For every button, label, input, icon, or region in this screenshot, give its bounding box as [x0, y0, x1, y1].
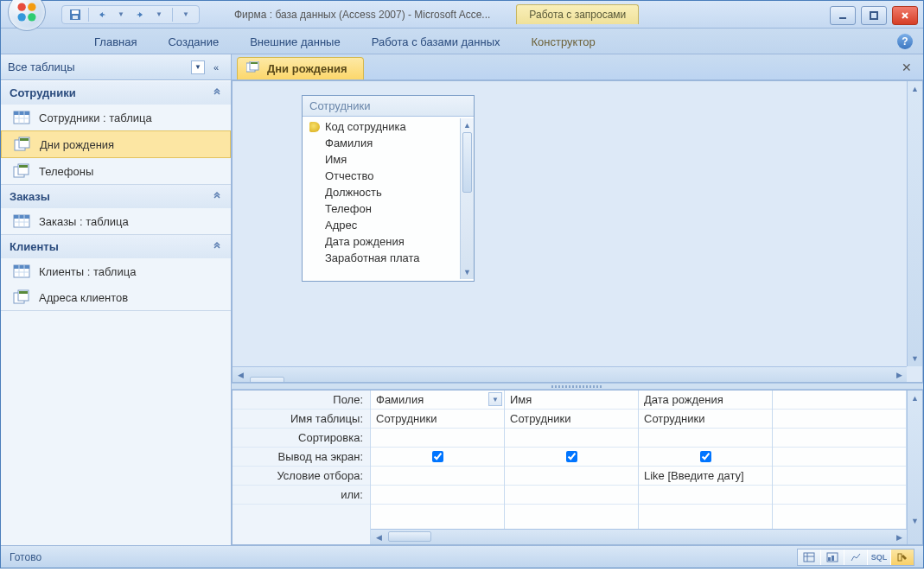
field-item[interactable]: Должность	[303, 184, 460, 200]
grid-cell[interactable]	[773, 486, 906, 505]
scroll-right-icon[interactable]: ▶	[891, 530, 907, 544]
grid-cell[interactable]	[639, 448, 772, 467]
grid-cell[interactable]	[371, 467, 504, 486]
nav-group-header[interactable]: Сотрудники	[1, 81, 231, 105]
grid-cell[interactable]	[773, 429, 906, 448]
scroll-left-icon[interactable]: ◀	[371, 530, 386, 544]
horizontal-splitter[interactable]	[232, 383, 923, 390]
maximize-button[interactable]	[861, 6, 887, 25]
ribbon-tab-home[interactable]: Главная	[79, 30, 152, 54]
field-item[interactable]: Адрес	[303, 217, 460, 233]
undo-dropdown-icon[interactable]: ▼	[113, 7, 129, 22]
field-item[interactable]: Имя	[303, 151, 460, 168]
design-hscrollbar[interactable]: ◀ ▶	[233, 366, 907, 382]
ribbon-tab-design[interactable]: Конструктор	[516, 30, 611, 54]
grid-cell[interactable]	[773, 410, 906, 429]
ribbon-tab-external[interactable]: Внешние данные	[234, 30, 356, 54]
qat-customize-icon[interactable]: ▼	[178, 7, 194, 22]
show-checkbox[interactable]	[700, 451, 711, 462]
view-sql-button[interactable]: SQL	[868, 549, 890, 565]
navpane-header[interactable]: Все таблицы ▼ «	[1, 54, 231, 80]
navpane-filter-dropdown[interactable]: ▼	[191, 60, 205, 74]
status-bar: Готово SQL	[1, 545, 923, 568]
grid-cell[interactable]: Сотрудники	[505, 410, 638, 429]
nav-item[interactable]: Заказы : таблица	[1, 208, 231, 234]
grid-cell[interactable]	[639, 429, 772, 448]
show-checkbox[interactable]	[566, 451, 577, 462]
scroll-down-icon[interactable]: ▼	[908, 351, 922, 366]
document-close-button[interactable]: ✕	[899, 60, 914, 75]
scroll-thumb[interactable]	[462, 132, 472, 193]
scroll-down-icon[interactable]: ▼	[461, 265, 474, 279]
grid-hscrollbar[interactable]: ◀ ▶	[371, 529, 907, 544]
query-design-surface[interactable]: Сотрудники Код сотрудникаФамилияИмяОтчес…	[232, 80, 923, 383]
dropdown-arrow-icon[interactable]: ▼	[488, 392, 502, 406]
grid-cell[interactable]: Like [Введите дату]	[639, 467, 772, 486]
grid-cell[interactable]	[505, 486, 638, 505]
minimize-button[interactable]	[830, 6, 856, 25]
view-chart-button[interactable]	[844, 549, 867, 565]
grid-cell[interactable]	[773, 391, 906, 410]
field-item[interactable]: Заработная плата	[303, 250, 460, 266]
grid-cell[interactable]	[639, 486, 772, 505]
scroll-right-icon[interactable]: ▶	[891, 367, 907, 382]
context-tab[interactable]: Работа с запросами	[516, 4, 639, 24]
view-pivot-button[interactable]	[821, 549, 844, 565]
scroll-up-icon[interactable]: ▲	[908, 391, 922, 406]
grid-column: Дата рожденияСотрудникиLike [Введите дат…	[639, 391, 773, 544]
redo-dropdown-icon[interactable]: ▼	[151, 7, 167, 22]
table-field-list[interactable]: Сотрудники Код сотрудникаФамилияИмяОтчес…	[302, 95, 475, 282]
grid-cell[interactable]: Сотрудники	[639, 410, 772, 429]
save-icon[interactable]	[67, 7, 83, 22]
document-tab[interactable]: Дни рождения	[237, 57, 364, 79]
nav-item[interactable]: Дни рождения	[1, 130, 231, 158]
view-datasheet-button[interactable]	[798, 549, 820, 565]
undo-icon[interactable]	[94, 7, 110, 22]
scroll-thumb[interactable]	[388, 531, 431, 542]
nav-item[interactable]: Телефоны	[1, 158, 231, 184]
grid-cell[interactable]	[505, 429, 638, 448]
grid-cell[interactable]: Имя	[505, 391, 638, 410]
grid-cell[interactable]	[371, 448, 504, 467]
grid-column: Фамилия▼Сотрудники	[371, 391, 505, 544]
grid-row-label: Поле:	[233, 391, 370, 410]
field-list-scrollbar[interactable]: ▲ ▼	[460, 118, 474, 279]
grid-cell[interactable]	[505, 467, 638, 486]
grid-cell[interactable]	[773, 467, 906, 486]
ribbon-tab-create[interactable]: Создание	[152, 30, 234, 54]
field-item[interactable]: Код сотрудника	[303, 118, 460, 135]
view-design-button[interactable]	[891, 549, 914, 565]
nav-item[interactable]: Клиенты : таблица	[1, 258, 231, 284]
field-item[interactable]: Фамилия	[303, 135, 460, 151]
field-item[interactable]: Дата рождения	[303, 233, 460, 250]
nav-item-label: Заказы : таблица	[39, 215, 129, 228]
nav-group-header[interactable]: Клиенты	[1, 235, 231, 258]
grid-cell[interactable]: Сотрудники	[371, 410, 504, 429]
field-item[interactable]: Отчество	[303, 168, 460, 184]
nav-item[interactable]: Адреса клиентов	[1, 284, 231, 310]
scroll-left-icon[interactable]: ◀	[233, 367, 248, 382]
redo-icon[interactable]	[132, 7, 148, 22]
grid-cell[interactable]	[505, 448, 638, 467]
scroll-up-icon[interactable]: ▲	[908, 81, 922, 97]
grid-cell[interactable]	[371, 429, 504, 448]
grid-vscrollbar[interactable]: ▲ ▼	[907, 391, 922, 544]
grid-cell[interactable]	[371, 486, 504, 505]
scroll-thumb[interactable]	[250, 377, 284, 384]
help-icon[interactable]: ?	[897, 34, 913, 49]
close-button[interactable]	[892, 6, 918, 25]
scroll-up-icon[interactable]: ▲	[461, 118, 474, 132]
grid-cell[interactable]: Фамилия▼	[371, 391, 504, 410]
status-text: Готово	[10, 551, 41, 563]
scroll-down-icon[interactable]: ▼	[908, 513, 922, 529]
field-item[interactable]: Телефон	[303, 200, 460, 217]
grid-cell[interactable]: Дата рождения	[639, 391, 772, 410]
show-checkbox[interactable]	[432, 451, 443, 462]
ribbon-tab-dbtools[interactable]: Работа с базами данных	[356, 30, 516, 54]
office-button[interactable]	[8, 0, 46, 31]
nav-item[interactable]: Сотрудники : таблица	[1, 105, 231, 130]
nav-group-header[interactable]: Заказы	[1, 185, 231, 208]
navpane-collapse-button[interactable]: «	[208, 60, 224, 75]
grid-cell[interactable]	[773, 448, 906, 467]
design-vscrollbar[interactable]: ▲ ▼	[907, 81, 922, 366]
